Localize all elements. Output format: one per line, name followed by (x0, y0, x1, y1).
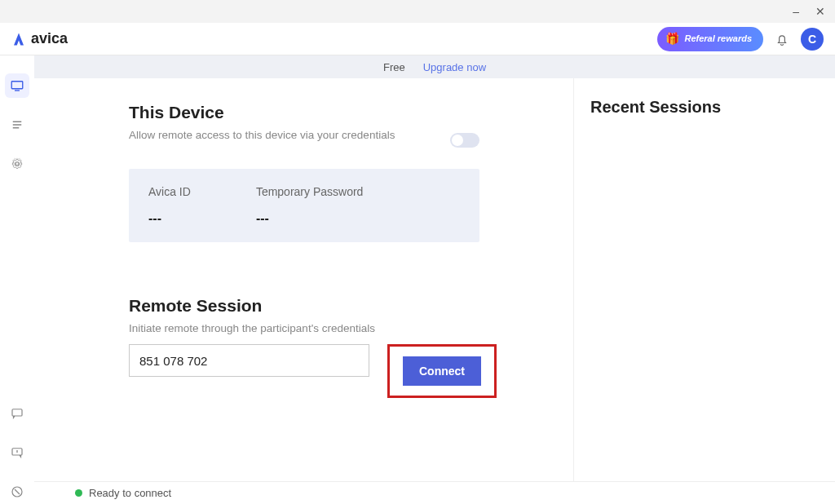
header-right: 🎁 Referal rewards C (657, 27, 824, 51)
avica-id-label: Avica ID (148, 185, 191, 198)
brand-logo-icon (11, 32, 26, 46)
status-text: Ready to connect (89, 487, 171, 499)
notifications-button[interactable] (773, 30, 791, 48)
sidebar-item-list[interactable] (5, 113, 29, 137)
plan-label: Free (383, 61, 405, 73)
avica-id-value: --- (148, 211, 191, 226)
referral-rewards-button[interactable]: 🎁 Referal rewards (657, 27, 763, 51)
sidebar-item-feedback[interactable] (5, 440, 29, 465)
gift-icon: 🎁 (665, 33, 679, 45)
allow-access-toggle[interactable] (450, 133, 479, 148)
sidebar-item-chat[interactable] (5, 401, 29, 426)
recent-sessions-title: Recent Sessions (590, 98, 819, 117)
connect-button[interactable]: Connect (403, 356, 481, 386)
feedback-icon (10, 445, 24, 460)
avatar[interactable]: C (801, 28, 824, 51)
main-area: Free Upgrade now This Device Allow remot… (34, 55, 835, 504)
brand-name: avica (31, 30, 68, 47)
connect-highlight: Connect (387, 344, 497, 398)
clock-icon (10, 484, 24, 499)
remote-section: Remote Session Initiate remote through t… (129, 296, 542, 398)
device-subtitle: Allow remote access to this device via y… (129, 129, 395, 141)
temp-pwd-col: Temporary Password --- (256, 185, 364, 226)
sidebar-item-settings[interactable] (5, 152, 29, 176)
credentials-box: Avica ID --- Temporary Password --- (129, 169, 479, 242)
chat-icon (10, 406, 24, 421)
monitor-icon (10, 78, 24, 93)
remote-row: Connect (129, 344, 542, 398)
remote-subtitle: Initiate remote through the participant'… (129, 322, 542, 334)
bell-icon (775, 32, 789, 46)
status-dot-icon (75, 489, 82, 497)
minimize-button[interactable]: – (793, 5, 799, 18)
titlebar: – ✕ (0, 0, 835, 23)
temp-pwd-label: Temporary Password (256, 185, 364, 198)
svg-rect-3 (12, 409, 22, 416)
sidebar (0, 55, 34, 504)
list-icon (10, 117, 24, 132)
sidebar-item-status[interactable] (5, 480, 29, 504)
content: Free Upgrade now This Device Allow remot… (0, 55, 835, 504)
device-row: Allow remote access to this device via y… (129, 129, 479, 151)
app-window: – ✕ avica 🎁 Referal rewards C (0, 0, 835, 504)
left-column: This Device Allow remote access to this … (34, 78, 574, 481)
close-button[interactable]: ✕ (815, 5, 825, 18)
columns: This Device Allow remote access to this … (34, 78, 835, 481)
gear-icon (10, 157, 24, 171)
right-column: Recent Sessions (574, 78, 835, 481)
remote-title: Remote Session (129, 296, 542, 316)
statusbar: Ready to connect (34, 481, 835, 504)
plan-bar: Free Upgrade now (34, 55, 835, 78)
brand: avica (11, 30, 68, 47)
avica-id-col: Avica ID --- (148, 185, 191, 226)
referral-label: Referal rewards (684, 34, 752, 44)
temp-pwd-value: --- (256, 211, 364, 226)
svg-rect-0 (11, 82, 23, 89)
device-title: This Device (129, 103, 542, 122)
sidebar-item-remote[interactable] (5, 73, 29, 98)
header: avica 🎁 Referal rewards C (0, 23, 835, 55)
upgrade-link[interactable]: Upgrade now (423, 61, 486, 73)
remote-id-input[interactable] (129, 344, 369, 377)
